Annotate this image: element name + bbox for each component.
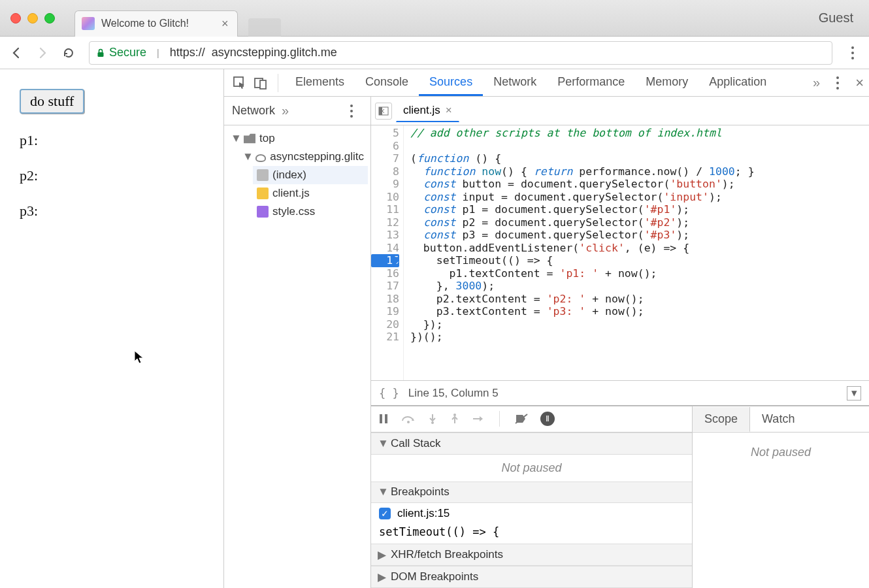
expand-console-icon[interactable]: ▾ xyxy=(847,386,861,400)
panel-tab-elements[interactable]: Elements xyxy=(285,70,355,96)
tree-row-file[interactable]: style.css xyxy=(253,203,368,221)
navigator-menu-icon[interactable] xyxy=(340,105,363,118)
pause-icon[interactable] xyxy=(378,413,389,425)
code-line[interactable]: p1.textContent = 'p1: ' + now(); xyxy=(410,267,755,280)
callstack-header[interactable]: ▼Call Stack xyxy=(371,433,692,455)
gutter-line[interactable]: 11 xyxy=(371,203,399,216)
minimize-window-button[interactable] xyxy=(27,13,38,24)
code-line[interactable]: const button = document.querySelector('b… xyxy=(410,178,755,191)
gutter-line[interactable]: 18 xyxy=(371,293,399,306)
gutter-line[interactable]: 16 xyxy=(371,267,399,280)
tree-row-file[interactable]: client.js xyxy=(253,184,368,203)
address-bar[interactable]: Secure | https://asyncstepping.glitch.me xyxy=(89,41,832,65)
code-line[interactable]: const p1 = document.querySelector('#p1')… xyxy=(410,203,755,216)
deactivate-breakpoints-icon[interactable] xyxy=(514,413,529,425)
more-navigator-tabs-icon[interactable]: » xyxy=(282,103,289,118)
navigator-toolbar: Network » xyxy=(224,97,370,125)
forward-button[interactable] xyxy=(31,42,54,64)
editor-file-tab[interactable]: client.js × xyxy=(396,99,459,122)
code-line[interactable]: })(); xyxy=(410,331,755,344)
url-protocol: https:// xyxy=(170,46,205,59)
debugger-left: Ⅱ ▼Call Stack Not paused ▼Breakpoints ✓ … xyxy=(371,406,693,588)
gutter-line[interactable]: 9 xyxy=(371,178,399,191)
panel-tab-application[interactable]: Application xyxy=(698,70,777,96)
xhr-breakpoints-header[interactable]: ▶XHR/fetch Breakpoints xyxy=(371,544,692,566)
svg-rect-3 xyxy=(260,80,266,89)
gutter-line[interactable]: 13 xyxy=(371,229,399,242)
code-line[interactable] xyxy=(410,140,755,153)
gutter-line[interactable]: 6 xyxy=(371,140,399,153)
close-devtools-icon[interactable]: × xyxy=(855,74,864,91)
close-tab-icon[interactable]: × xyxy=(221,17,229,31)
code-area[interactable]: // add other scripts at the bottom of in… xyxy=(404,125,761,380)
do-stuff-button[interactable]: do stuff xyxy=(20,89,84,114)
line-gutter[interactable]: 56789101112131415161718192021 xyxy=(371,125,404,380)
code-line[interactable]: const p3 = document.querySelector('#p3')… xyxy=(410,229,755,242)
inspect-element-icon[interactable] xyxy=(229,73,250,93)
navigator-tab-label[interactable]: Network xyxy=(232,104,275,118)
code-line[interactable]: const input = document.querySelector('in… xyxy=(410,191,755,204)
code-line[interactable]: p2.textContent = 'p2: ' + now(); xyxy=(410,293,755,306)
back-button[interactable] xyxy=(5,42,27,64)
browser-menu-button[interactable] xyxy=(842,46,864,59)
code-line[interactable]: button.addEventListener('click', (e) => … xyxy=(410,242,755,255)
breakpoint-checkbox[interactable]: ✓ xyxy=(379,508,391,519)
reload-button[interactable] xyxy=(57,42,80,64)
gutter-line[interactable]: 17 xyxy=(371,280,399,293)
code-line[interactable]: p3.textContent = 'p3: ' + now(); xyxy=(410,305,755,318)
step-out-icon[interactable] xyxy=(450,413,460,425)
panel-tab-network[interactable]: Network xyxy=(483,70,547,96)
tree-label: asyncstepping.glitc xyxy=(270,150,364,163)
tree-row-top[interactable]: ▼ top xyxy=(227,129,368,148)
secure-indicator: Secure xyxy=(96,46,146,59)
gutter-line[interactable]: 12 xyxy=(371,216,399,229)
step-over-icon[interactable] xyxy=(401,413,416,425)
show-navigator-icon[interactable] xyxy=(375,103,392,120)
more-tabs-icon[interactable]: » xyxy=(813,75,820,90)
tree-row-file[interactable]: (index) xyxy=(253,166,368,184)
gutter-line[interactable]: 15 xyxy=(371,254,399,267)
tree-row-domain[interactable]: ▼ asyncstepping.glitc xyxy=(238,148,368,166)
pretty-print-icon[interactable]: { } xyxy=(379,387,399,400)
gutter-line[interactable]: 7 xyxy=(371,152,399,165)
css-file-icon xyxy=(257,206,269,218)
breakpoint-item[interactable]: ✓ client.js:15 xyxy=(371,503,692,524)
code-line[interactable]: setTimeout(() => { xyxy=(410,254,755,267)
watch-tab[interactable]: Watch xyxy=(750,407,806,431)
maximize-window-button[interactable] xyxy=(44,13,55,24)
code-line[interactable]: // add other scripts at the bottom of in… xyxy=(410,127,755,140)
gutter-line[interactable]: 21 xyxy=(371,331,399,344)
panel-tab-console[interactable]: Console xyxy=(355,70,419,96)
code-editor[interactable]: 56789101112131415161718192021 // add oth… xyxy=(371,125,869,380)
code-line[interactable]: function now() { return performance.now(… xyxy=(410,165,755,178)
gutter-line[interactable]: 10 xyxy=(371,191,399,204)
devtools-menu-icon[interactable] xyxy=(827,76,849,90)
pause-on-exceptions-icon[interactable]: Ⅱ xyxy=(540,412,555,426)
code-line[interactable]: }, 3000); xyxy=(410,280,755,293)
p3-label: p3: xyxy=(20,203,204,220)
panel-tab-performance[interactable]: Performance xyxy=(547,70,635,96)
browser-tab[interactable]: Welcome to Glitch! × xyxy=(74,10,238,37)
gutter-line[interactable]: 19 xyxy=(371,305,399,318)
gutter-line[interactable]: 14 xyxy=(371,242,399,255)
code-line[interactable]: const p2 = document.querySelector('#p2')… xyxy=(410,216,755,229)
code-line[interactable]: (function () { xyxy=(410,152,755,165)
close-file-icon[interactable]: × xyxy=(446,104,452,117)
gutter-line[interactable]: 8 xyxy=(371,165,399,178)
p1-label: p1: xyxy=(20,132,204,149)
editor-status-bar: { } Line 15, Column 5 ▾ xyxy=(371,380,869,405)
gutter-line[interactable]: 5 xyxy=(371,127,399,140)
step-icon[interactable] xyxy=(472,414,485,424)
dom-breakpoints-header[interactable]: ▶DOM Breakpoints xyxy=(371,566,692,588)
step-into-icon[interactable] xyxy=(427,413,438,425)
gutter-line[interactable]: 20 xyxy=(371,318,399,331)
panel-tab-sources[interactable]: Sources xyxy=(419,70,483,96)
scope-tab[interactable]: Scope xyxy=(693,407,750,432)
new-tab-button[interactable] xyxy=(248,18,281,37)
panel-tab-memory[interactable]: Memory xyxy=(635,70,698,96)
close-window-button[interactable] xyxy=(10,13,21,24)
breakpoints-header[interactable]: ▼Breakpoints xyxy=(371,482,692,504)
code-line[interactable]: }); xyxy=(410,318,755,331)
device-toolbar-icon[interactable] xyxy=(250,73,271,93)
profile-label[interactable]: Guest xyxy=(819,10,853,25)
